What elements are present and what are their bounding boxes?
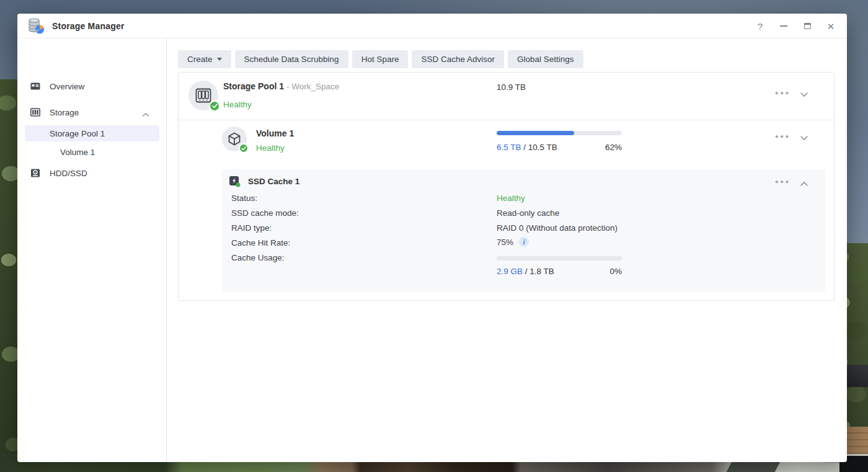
cache-total: 1.8 TB <box>529 267 554 276</box>
volume-more-menu[interactable]: ●●● <box>775 133 790 140</box>
maximize-button[interactable] <box>802 21 812 31</box>
ssd-usage-label: Cache Usage: <box>231 253 285 262</box>
minimize-button[interactable] <box>779 21 789 31</box>
hot-spare-button[interactable]: Hot Spare <box>352 50 409 68</box>
create-button[interactable]: Create <box>178 50 231 68</box>
sidebar: Overview Storage <box>17 38 167 462</box>
ssd-hit-rate-value-wrap: 75% i <box>497 237 529 247</box>
cache-used[interactable]: 2.9 GB <box>497 267 523 276</box>
storage-pool-header[interactable]: Storage Pool 1 - Work_Space Healthy 10.9… <box>179 73 834 120</box>
window-controls: ? ✕ <box>755 14 836 38</box>
volume-icon <box>222 127 247 151</box>
volume-usage-line: 6.5 TB / 10.5 TB 62% <box>497 143 622 152</box>
help-button[interactable]: ? <box>755 21 765 31</box>
window-title: Storage Manager <box>52 21 125 31</box>
cache-usage-bar <box>497 256 622 260</box>
ssd-mode-value: Read-only cache <box>497 208 559 218</box>
caret-down-icon <box>217 58 222 61</box>
cache-slash: / <box>525 267 528 276</box>
ssd-cache-panel: SSD Cache 1 ●●● Status: Healthy SSD cach… <box>222 169 825 292</box>
volume-percent: 62% <box>605 143 622 152</box>
volume-usage-bar <box>497 131 622 135</box>
pool-status: Healthy <box>223 100 252 109</box>
storage-manager-app-icon <box>27 18 45 34</box>
volume-usage-bar-fill <box>497 131 574 135</box>
ssd-cache-advisor-button[interactable]: SSD Cache Advisor <box>412 50 504 68</box>
sidebar-overview-label: Overview <box>50 82 84 91</box>
volume-status: Healthy <box>256 143 285 153</box>
overview-icon <box>30 81 41 92</box>
ssd-cache-more-menu[interactable]: ●●● <box>775 179 790 185</box>
sidebar-hdd-ssd-label: HDD/SSD <box>50 169 87 178</box>
storage-pool-icon <box>188 81 218 110</box>
volume-chevron-down-icon[interactable] <box>800 132 808 143</box>
schedule-data-scrubbing-button[interactable]: Schedule Data Scrubbing <box>235 50 348 68</box>
cache-usage-line: 2.9 GB / 1.8 TB 0% <box>497 267 622 276</box>
chevron-up-icon[interactable] <box>142 110 149 119</box>
create-button-label: Create <box>187 55 213 64</box>
ssd-hit-rate-value: 75% <box>497 238 513 247</box>
pool-chevron-down-icon[interactable] <box>800 89 808 100</box>
pool-size: 10.9 TB <box>497 82 526 92</box>
sidebar-item-storage[interactable]: Storage <box>17 104 167 120</box>
main-panel: Create Schedule Data Scrubbing Hot Spare… <box>167 38 847 462</box>
desktop: Storage Manager ? ✕ <box>0 0 868 472</box>
pool-more-menu[interactable]: ●●● <box>775 90 790 96</box>
info-icon[interactable]: i <box>519 237 529 247</box>
volume-total: 10.5 TB <box>528 143 557 152</box>
sidebar-item-overview[interactable]: Overview <box>17 78 167 94</box>
window-body: Overview Storage <box>17 38 847 462</box>
ssd-raid-label: RAID type: <box>231 223 272 233</box>
ssd-cache-icon <box>229 176 241 188</box>
minimize-icon <box>780 25 787 27</box>
storage-manager-window: Storage Manager ? ✕ <box>17 14 847 462</box>
sidebar-item-volume-1[interactable]: Volume 1 <box>17 144 167 160</box>
hdd-ssd-icon <box>30 167 41 179</box>
pool-name: Storage Pool 1 <box>223 81 284 91</box>
pool-description: Work_Space <box>291 82 339 91</box>
pool-dash: - <box>286 82 290 91</box>
volume-name: Volume 1 <box>256 128 294 138</box>
volume-used[interactable]: 6.5 TB <box>497 143 521 152</box>
volume-row[interactable]: Volume 1 Healthy 6.5 TB / 10.5 TB 62% ●●… <box>179 120 834 169</box>
ssd-cache-title: SSD Cache 1 <box>248 177 299 186</box>
sidebar-volume-label: Volume 1 <box>60 148 95 157</box>
sidebar-storage-label: Storage <box>50 108 79 117</box>
cache-percent: 0% <box>609 267 622 276</box>
volume-usage-text: 6.5 TB / 10.5 TB <box>497 143 557 152</box>
healthy-check-badge <box>239 143 249 153</box>
volume-slash: / <box>523 143 526 152</box>
storage-icon <box>30 107 41 118</box>
ssd-hit-rate-label: Cache Hit Rate: <box>231 238 290 247</box>
ssd-mode-label: SSD cache mode: <box>231 208 299 218</box>
ssd-cache-chevron-up-icon[interactable] <box>800 178 808 189</box>
close-button[interactable]: ✕ <box>826 21 836 31</box>
global-settings-button[interactable]: Global Settings <box>508 50 583 68</box>
maximize-icon <box>804 23 811 29</box>
sidebar-item-hdd-ssd[interactable]: HDD/SSD <box>17 165 167 181</box>
pool-title-line: Storage Pool 1 - Work_Space <box>223 81 339 91</box>
sidebar-item-storage-pool-1[interactable]: Storage Pool 1 <box>25 125 159 141</box>
sidebar-storage-pool-label: Storage Pool 1 <box>50 129 105 138</box>
toolbar: Create Schedule Data Scrubbing Hot Spare… <box>178 50 583 68</box>
cache-usage-text: 2.9 GB / 1.8 TB <box>497 267 554 276</box>
ssd-status-value: Healthy <box>497 194 525 203</box>
storage-pool-card: Storage Pool 1 - Work_Space Healthy 10.9… <box>178 72 835 301</box>
titlebar: Storage Manager ? ✕ <box>17 14 847 38</box>
ssd-raid-value: RAID 0 (Without data protection) <box>497 223 618 233</box>
ssd-status-label: Status: <box>231 194 257 203</box>
healthy-check-badge <box>209 100 220 112</box>
